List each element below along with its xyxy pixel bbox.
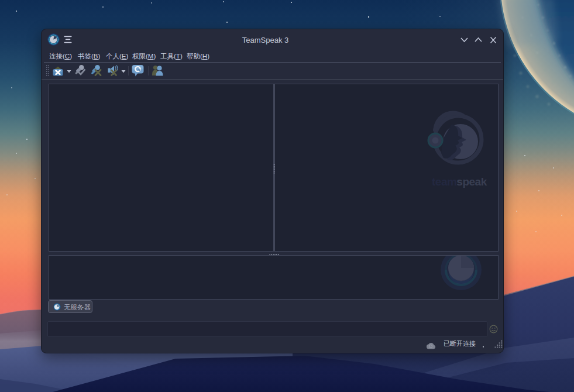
svg-text:teamspeak: teamspeak (432, 176, 487, 188)
